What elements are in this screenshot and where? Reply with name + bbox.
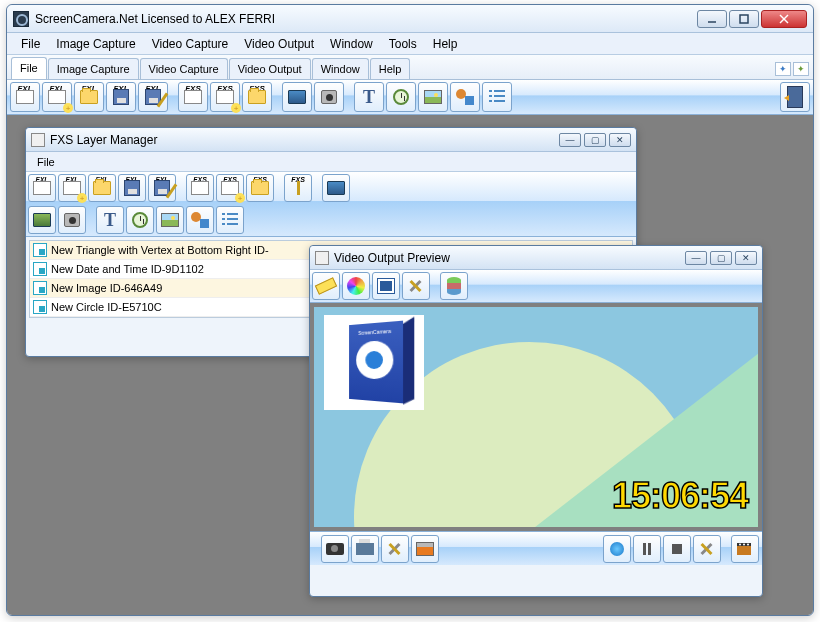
layer-mgr-min[interactable]: — [559, 133, 581, 147]
preview-datetime-layer: 15:06:54 [612, 475, 748, 517]
shapes-button[interactable] [450, 82, 480, 112]
lm-fxl-new[interactable]: FXL [28, 174, 56, 202]
preview-canvas[interactable]: ScreenCamera 15:06:54 [314, 307, 758, 527]
snapshot-tools-button[interactable] [381, 535, 409, 563]
menu-window[interactable]: Window [322, 35, 381, 53]
lm-fxs-new[interactable]: FXS [186, 174, 214, 202]
layer-icon [33, 281, 47, 295]
lm-clock[interactable] [126, 206, 154, 234]
clock-button[interactable] [386, 82, 416, 112]
preview-icon [315, 251, 329, 265]
options-icon[interactable]: ✦ [775, 62, 791, 76]
menu-image-capture[interactable]: Image Capture [48, 35, 143, 53]
svg-rect-4 [489, 90, 492, 92]
ruler-button[interactable] [312, 272, 340, 300]
menu-video-output[interactable]: Video Output [236, 35, 322, 53]
lm-fxs-open[interactable]: FXS [246, 174, 274, 202]
lm-webcam[interactable] [58, 206, 86, 234]
lm-text[interactable]: T [96, 206, 124, 234]
fullscreen-button[interactable] [372, 272, 400, 300]
layer-icon [33, 243, 47, 257]
svg-rect-15 [227, 223, 238, 225]
main-menubar: File Image Capture Video Capture Video O… [7, 33, 813, 55]
app-title: ScreenCamera.Net Licensed to ALEX FERRI [35, 12, 697, 26]
preview-window: Video Output Preview — ▢ ✕ [309, 245, 763, 597]
print-button[interactable] [351, 535, 379, 563]
svg-rect-8 [489, 100, 492, 102]
svg-rect-9 [494, 100, 505, 102]
tab-video-output[interactable]: Video Output [229, 58, 311, 79]
tab-window[interactable]: Window [312, 58, 369, 79]
lm-shapes[interactable] [186, 206, 214, 234]
snapshot-button[interactable] [321, 535, 349, 563]
fxl-new-button[interactable]: FXL [10, 82, 40, 112]
lm-fxl-add[interactable]: FXL+ [58, 174, 86, 202]
mdi-area: FXS Layer Manager — ▢ ✕ File FXL FXL+ FX… [7, 115, 813, 615]
lm-screen[interactable] [28, 206, 56, 234]
color-wheel-button[interactable] [342, 272, 370, 300]
menu-help[interactable]: Help [425, 35, 466, 53]
pause-button[interactable] [633, 535, 661, 563]
menu-file[interactable]: File [13, 35, 48, 53]
svg-rect-1 [740, 15, 748, 23]
lm-image[interactable] [156, 206, 184, 234]
layer-mgr-titlebar[interactable]: FXS Layer Manager — ▢ ✕ [26, 128, 636, 152]
scene-button[interactable] [411, 535, 439, 563]
main-titlebar[interactable]: ScreenCamera.Net Licensed to ALEX FERRI [7, 5, 813, 33]
movie-button[interactable] [731, 535, 759, 563]
layer-icon [33, 300, 47, 314]
preview-close[interactable]: ✕ [735, 251, 757, 265]
svg-rect-7 [494, 95, 505, 97]
preview-titlebar[interactable]: Video Output Preview — ▢ ✕ [310, 246, 762, 270]
lm-fxl-save[interactable]: FXL [118, 174, 146, 202]
fxl-open-button[interactable]: FXL [74, 82, 104, 112]
image-button[interactable] [418, 82, 448, 112]
lm-fxs-add[interactable]: FXS+ [216, 174, 244, 202]
record-button[interactable] [603, 535, 631, 563]
svg-rect-10 [222, 213, 225, 215]
minimize-button[interactable] [697, 10, 727, 28]
tab-image-capture[interactable]: Image Capture [48, 58, 139, 79]
tab-file[interactable]: File [11, 57, 47, 79]
main-toolbar: FXL FXL+ FXL FXL FXL FXS FXS+ FXS T [7, 80, 813, 115]
lm-fxl-saveas[interactable]: FXL [148, 174, 176, 202]
database-button[interactable] [440, 272, 468, 300]
tab-video-capture[interactable]: Video Capture [140, 58, 228, 79]
text-button[interactable]: T [354, 82, 384, 112]
lm-fxs-brush[interactable]: FXS [284, 174, 312, 202]
svg-rect-11 [227, 213, 238, 215]
exit-button[interactable] [780, 82, 810, 112]
record-tools-button[interactable] [693, 535, 721, 563]
layer-mgr-icon [31, 133, 45, 147]
preview-max[interactable]: ▢ [710, 251, 732, 265]
layer-mgr-close[interactable]: ✕ [609, 133, 631, 147]
webcam-button[interactable] [314, 82, 344, 112]
tab-help[interactable]: Help [370, 58, 411, 79]
preview-bottom-toolbar [310, 531, 762, 565]
close-button[interactable] [761, 10, 807, 28]
fxl-new-add-button[interactable]: FXL+ [42, 82, 72, 112]
fxs-open-button[interactable]: FXS [242, 82, 272, 112]
preview-image-layer: ScreenCamera [324, 315, 424, 410]
maximize-button[interactable] [729, 10, 759, 28]
lm-fxl-open[interactable]: FXL [88, 174, 116, 202]
pin-icon[interactable]: ✦ [793, 62, 809, 76]
fxl-saveas-button[interactable]: FXL [138, 82, 168, 112]
tools-button[interactable] [402, 272, 430, 300]
svg-rect-5 [494, 90, 505, 92]
record-list-button[interactable] [482, 82, 512, 112]
svg-rect-6 [489, 95, 492, 97]
fxl-save-button[interactable]: FXL [106, 82, 136, 112]
stop-button[interactable] [663, 535, 691, 563]
fxs-new-button[interactable]: FXS [178, 82, 208, 112]
monitor-button[interactable] [282, 82, 312, 112]
menu-video-capture[interactable]: Video Capture [144, 35, 237, 53]
lm-list[interactable] [216, 206, 244, 234]
menu-tools[interactable]: Tools [381, 35, 425, 53]
layer-mgr-menu-file[interactable]: File [31, 155, 61, 169]
preview-min[interactable]: — [685, 251, 707, 265]
fxs-new-add-button[interactable]: FXS+ [210, 82, 240, 112]
main-window: ScreenCamera.Net Licensed to ALEX FERRI … [6, 4, 814, 616]
layer-mgr-max[interactable]: ▢ [584, 133, 606, 147]
lm-monitor[interactable] [322, 174, 350, 202]
